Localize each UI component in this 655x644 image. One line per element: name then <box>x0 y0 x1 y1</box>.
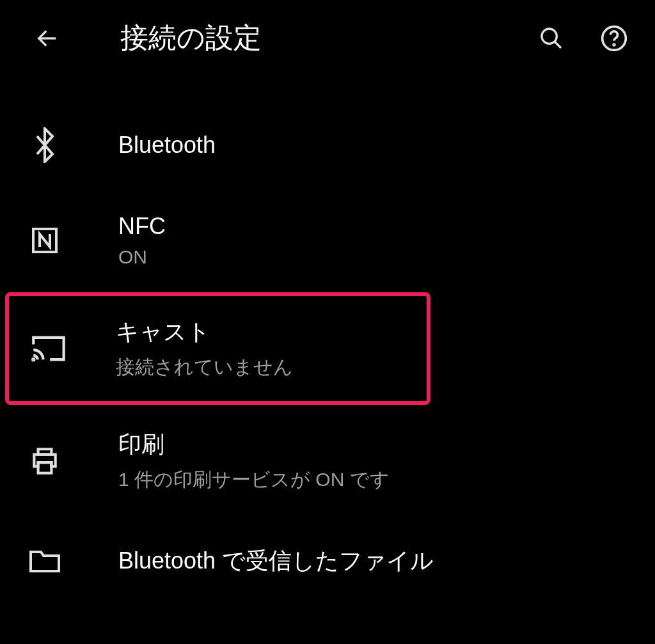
list-item-bluetooth[interactable]: Bluetooth <box>0 102 655 189</box>
svg-point-4 <box>613 44 615 45</box>
list-subtitle: 1 件の印刷サービスが ON です <box>118 467 390 493</box>
list-content: 印刷 1 件の印刷サービスが ON です <box>118 429 390 493</box>
list-content: NFC ON <box>118 213 166 268</box>
svg-line-2 <box>555 42 561 48</box>
list-subtitle: ON <box>118 246 166 268</box>
list-title: キャスト <box>116 317 293 348</box>
nfc-icon <box>26 221 64 260</box>
settings-list: Bluetooth NFC ON キャスト 接続されていません <box>0 82 655 624</box>
list-item-print[interactable]: 印刷 1 件の印刷サービスが ON です <box>0 405 655 517</box>
folder-icon <box>26 542 64 580</box>
svg-point-6 <box>33 359 34 360</box>
list-content: Bluetooth で受信したファイル <box>118 546 434 577</box>
back-button[interactable] <box>32 23 63 54</box>
list-title: NFC <box>118 213 166 240</box>
list-title: 印刷 <box>118 429 390 460</box>
svg-point-1 <box>542 29 556 43</box>
page-title: 接続の設定 <box>120 19 510 57</box>
list-title: Bluetooth で受信したファイル <box>118 546 434 577</box>
list-item-nfc[interactable]: NFC ON <box>0 189 655 292</box>
search-button[interactable] <box>536 23 567 54</box>
header-actions <box>536 23 629 54</box>
search-icon <box>539 26 564 51</box>
cast-icon <box>29 329 68 368</box>
header: 接続の設定 <box>0 0 655 82</box>
list-item-cast[interactable]: キャスト 接続されていません <box>5 292 430 405</box>
svg-rect-7 <box>38 462 52 473</box>
arrow-left-icon <box>35 26 60 51</box>
help-icon <box>600 24 628 52</box>
list-content: キャスト 接続されていません <box>116 317 293 381</box>
bluetooth-icon <box>26 126 64 164</box>
print-icon <box>26 442 64 480</box>
list-content: Bluetooth <box>118 132 216 159</box>
help-button[interactable] <box>599 23 629 54</box>
list-subtitle: 接続されていません <box>116 354 293 381</box>
list-item-bluetooth-files[interactable]: Bluetooth で受信したファイル <box>0 517 655 604</box>
list-title: Bluetooth <box>118 132 216 159</box>
